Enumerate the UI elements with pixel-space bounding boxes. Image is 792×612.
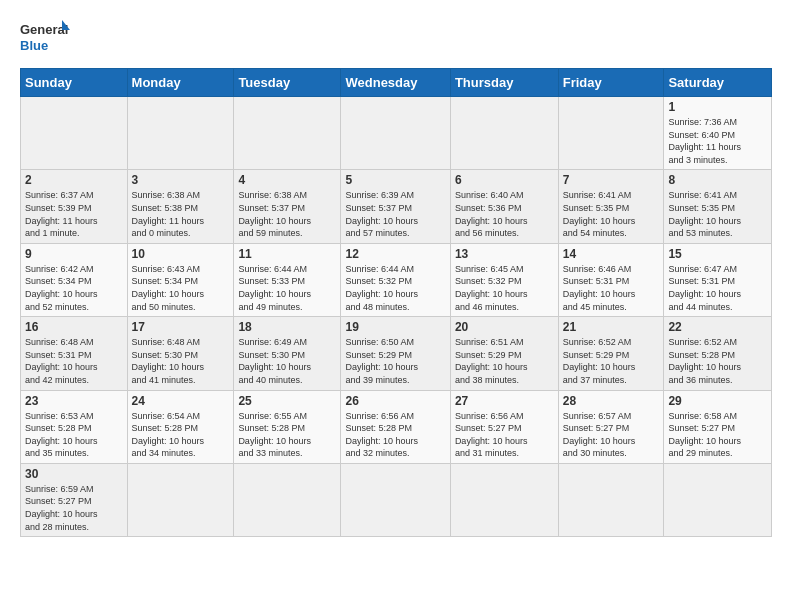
day-number: 15: [668, 247, 767, 261]
calendar-cell: 3Sunrise: 6:38 AM Sunset: 5:38 PM Daylig…: [127, 170, 234, 243]
week-row-5: 23Sunrise: 6:53 AM Sunset: 5:28 PM Dayli…: [21, 390, 772, 463]
day-info: Sunrise: 6:43 AM Sunset: 5:34 PM Dayligh…: [132, 263, 230, 313]
day-info: Sunrise: 6:39 AM Sunset: 5:37 PM Dayligh…: [345, 189, 445, 239]
calendar-cell: [664, 463, 772, 536]
day-number: 11: [238, 247, 336, 261]
day-info: Sunrise: 6:42 AM Sunset: 5:34 PM Dayligh…: [25, 263, 123, 313]
svg-text:General: General: [20, 22, 68, 37]
day-info: Sunrise: 6:52 AM Sunset: 5:29 PM Dayligh…: [563, 336, 660, 386]
day-number: 19: [345, 320, 445, 334]
day-info: Sunrise: 6:51 AM Sunset: 5:29 PM Dayligh…: [455, 336, 554, 386]
day-number: 7: [563, 173, 660, 187]
week-row-3: 9Sunrise: 6:42 AM Sunset: 5:34 PM Daylig…: [21, 243, 772, 316]
day-info: Sunrise: 6:56 AM Sunset: 5:27 PM Dayligh…: [455, 410, 554, 460]
calendar-cell: 27Sunrise: 6:56 AM Sunset: 5:27 PM Dayli…: [450, 390, 558, 463]
day-number: 4: [238, 173, 336, 187]
day-info: Sunrise: 6:38 AM Sunset: 5:37 PM Dayligh…: [238, 189, 336, 239]
day-info: Sunrise: 6:40 AM Sunset: 5:36 PM Dayligh…: [455, 189, 554, 239]
calendar-cell: 16Sunrise: 6:48 AM Sunset: 5:31 PM Dayli…: [21, 317, 128, 390]
day-number: 18: [238, 320, 336, 334]
calendar-cell: [234, 97, 341, 170]
day-number: 1: [668, 100, 767, 114]
day-number: 29: [668, 394, 767, 408]
day-number: 17: [132, 320, 230, 334]
calendar-cell: [234, 463, 341, 536]
day-number: 25: [238, 394, 336, 408]
calendar-cell: 19Sunrise: 6:50 AM Sunset: 5:29 PM Dayli…: [341, 317, 450, 390]
calendar-cell: 7Sunrise: 6:41 AM Sunset: 5:35 PM Daylig…: [558, 170, 664, 243]
day-number: 5: [345, 173, 445, 187]
week-row-1: 1Sunrise: 7:36 AM Sunset: 6:40 PM Daylig…: [21, 97, 772, 170]
day-number: 6: [455, 173, 554, 187]
calendar-cell: 28Sunrise: 6:57 AM Sunset: 5:27 PM Dayli…: [558, 390, 664, 463]
day-number: 26: [345, 394, 445, 408]
day-number: 8: [668, 173, 767, 187]
calendar-cell: 24Sunrise: 6:54 AM Sunset: 5:28 PM Dayli…: [127, 390, 234, 463]
day-info: Sunrise: 6:48 AM Sunset: 5:30 PM Dayligh…: [132, 336, 230, 386]
col-header-saturday: Saturday: [664, 69, 772, 97]
day-info: Sunrise: 6:47 AM Sunset: 5:31 PM Dayligh…: [668, 263, 767, 313]
logo: General Blue: [20, 16, 70, 58]
calendar-cell: 22Sunrise: 6:52 AM Sunset: 5:28 PM Dayli…: [664, 317, 772, 390]
day-info: Sunrise: 6:49 AM Sunset: 5:30 PM Dayligh…: [238, 336, 336, 386]
day-info: Sunrise: 6:46 AM Sunset: 5:31 PM Dayligh…: [563, 263, 660, 313]
calendar-cell: 26Sunrise: 6:56 AM Sunset: 5:28 PM Dayli…: [341, 390, 450, 463]
day-info: Sunrise: 6:50 AM Sunset: 5:29 PM Dayligh…: [345, 336, 445, 386]
day-info: Sunrise: 6:48 AM Sunset: 5:31 PM Dayligh…: [25, 336, 123, 386]
day-number: 21: [563, 320, 660, 334]
calendar-cell: [127, 97, 234, 170]
day-number: 14: [563, 247, 660, 261]
week-row-2: 2Sunrise: 6:37 AM Sunset: 5:39 PM Daylig…: [21, 170, 772, 243]
day-info: Sunrise: 6:58 AM Sunset: 5:27 PM Dayligh…: [668, 410, 767, 460]
calendar-cell: 11Sunrise: 6:44 AM Sunset: 5:33 PM Dayli…: [234, 243, 341, 316]
day-number: 2: [25, 173, 123, 187]
day-number: 16: [25, 320, 123, 334]
day-info: Sunrise: 6:41 AM Sunset: 5:35 PM Dayligh…: [668, 189, 767, 239]
col-header-tuesday: Tuesday: [234, 69, 341, 97]
calendar-cell: 20Sunrise: 6:51 AM Sunset: 5:29 PM Dayli…: [450, 317, 558, 390]
day-number: 3: [132, 173, 230, 187]
calendar-cell: [341, 97, 450, 170]
col-header-monday: Monday: [127, 69, 234, 97]
day-number: 30: [25, 467, 123, 481]
day-info: Sunrise: 6:45 AM Sunset: 5:32 PM Dayligh…: [455, 263, 554, 313]
day-info: Sunrise: 6:54 AM Sunset: 5:28 PM Dayligh…: [132, 410, 230, 460]
day-number: 9: [25, 247, 123, 261]
calendar-cell: [558, 97, 664, 170]
day-number: 22: [668, 320, 767, 334]
calendar-table: SundayMondayTuesdayWednesdayThursdayFrid…: [20, 68, 772, 537]
day-info: Sunrise: 6:44 AM Sunset: 5:33 PM Dayligh…: [238, 263, 336, 313]
day-info: Sunrise: 6:41 AM Sunset: 5:35 PM Dayligh…: [563, 189, 660, 239]
calendar-cell: 6Sunrise: 6:40 AM Sunset: 5:36 PM Daylig…: [450, 170, 558, 243]
calendar-cell: [127, 463, 234, 536]
calendar-cell: 10Sunrise: 6:43 AM Sunset: 5:34 PM Dayli…: [127, 243, 234, 316]
col-header-wednesday: Wednesday: [341, 69, 450, 97]
calendar-cell: 29Sunrise: 6:58 AM Sunset: 5:27 PM Dayli…: [664, 390, 772, 463]
header: General Blue: [20, 16, 772, 58]
day-info: Sunrise: 6:37 AM Sunset: 5:39 PM Dayligh…: [25, 189, 123, 239]
calendar-cell: [21, 97, 128, 170]
day-number: 24: [132, 394, 230, 408]
calendar-cell: 12Sunrise: 6:44 AM Sunset: 5:32 PM Dayli…: [341, 243, 450, 316]
calendar-cell: 5Sunrise: 6:39 AM Sunset: 5:37 PM Daylig…: [341, 170, 450, 243]
calendar-cell: 9Sunrise: 6:42 AM Sunset: 5:34 PM Daylig…: [21, 243, 128, 316]
calendar-cell: 21Sunrise: 6:52 AM Sunset: 5:29 PM Dayli…: [558, 317, 664, 390]
calendar-cell: 2Sunrise: 6:37 AM Sunset: 5:39 PM Daylig…: [21, 170, 128, 243]
day-info: Sunrise: 6:59 AM Sunset: 5:27 PM Dayligh…: [25, 483, 123, 533]
day-number: 10: [132, 247, 230, 261]
svg-text:Blue: Blue: [20, 38, 48, 53]
calendar-cell: 18Sunrise: 6:49 AM Sunset: 5:30 PM Dayli…: [234, 317, 341, 390]
calendar-cell: 30Sunrise: 6:59 AM Sunset: 5:27 PM Dayli…: [21, 463, 128, 536]
day-number: 13: [455, 247, 554, 261]
week-row-4: 16Sunrise: 6:48 AM Sunset: 5:31 PM Dayli…: [21, 317, 772, 390]
calendar-cell: [450, 463, 558, 536]
day-info: Sunrise: 6:52 AM Sunset: 5:28 PM Dayligh…: [668, 336, 767, 386]
calendar-cell: 14Sunrise: 6:46 AM Sunset: 5:31 PM Dayli…: [558, 243, 664, 316]
day-info: Sunrise: 6:44 AM Sunset: 5:32 PM Dayligh…: [345, 263, 445, 313]
calendar-cell: 15Sunrise: 6:47 AM Sunset: 5:31 PM Dayli…: [664, 243, 772, 316]
day-info: Sunrise: 6:56 AM Sunset: 5:28 PM Dayligh…: [345, 410, 445, 460]
col-header-friday: Friday: [558, 69, 664, 97]
calendar-cell: 23Sunrise: 6:53 AM Sunset: 5:28 PM Dayli…: [21, 390, 128, 463]
day-info: Sunrise: 6:57 AM Sunset: 5:27 PM Dayligh…: [563, 410, 660, 460]
day-number: 23: [25, 394, 123, 408]
